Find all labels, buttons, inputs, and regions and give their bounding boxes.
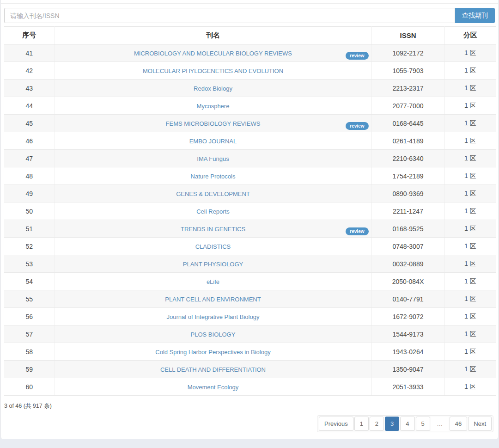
issn-cell: 0748-3007: [371, 238, 444, 255]
zone-cell: 1 区: [444, 220, 496, 238]
zone-cell: 1 区: [444, 167, 496, 185]
journal-link[interactable]: Nature Protocols: [191, 173, 236, 180]
journal-link[interactable]: GENES & DEVELOPMENT: [176, 190, 250, 197]
row-index-cell: 48: [4, 167, 55, 185]
table-row: 59CELL DEATH AND DIFFERENTIATION1350-904…: [4, 361, 496, 378]
table-row: 51TRENDS IN GENETICSreview0168-95251 区: [4, 220, 496, 238]
journal-link[interactable]: PLANT PHYSIOLOGY: [183, 261, 243, 268]
table-row: 43Redox Biology2213-23171 区: [4, 80, 496, 97]
row-index-cell: 44: [4, 97, 55, 115]
issn-cell: 1943-0264: [371, 343, 444, 361]
journal-link[interactable]: Cold Spring Harbor Perspectives in Biolo…: [155, 349, 270, 356]
journal-name-cell: Journal of Integrative Plant Biology: [55, 308, 371, 325]
col-header-zone: 分区: [444, 27, 496, 44]
table-row: 48Nature Protocols1754-21891 区: [4, 167, 496, 185]
issn-cell: 1350-9047: [371, 361, 444, 378]
zone-cell: 1 区: [444, 238, 496, 255]
col-header-issn: ISSN: [371, 27, 444, 44]
journal-link[interactable]: EMBO JOURNAL: [189, 138, 237, 145]
journal-table: 序号 刊名 ISSN 分区 41MICROBIOLOGY AND MOLECUL…: [4, 26, 496, 396]
journal-link[interactable]: eLife: [207, 278, 219, 285]
issn-cell: 0261-4189: [371, 132, 444, 150]
pagination-ellipsis: …: [431, 417, 449, 431]
pagination-page-5[interactable]: 5: [416, 417, 430, 431]
journal-name-cell: IMA Fungus: [55, 150, 371, 167]
issn-cell: 1092-2172: [371, 44, 444, 62]
table-row: 45FEMS MICROBIOLOGY REVIEWSreview0168-64…: [4, 115, 496, 132]
journal-link[interactable]: Redox Biology: [194, 85, 232, 92]
search-button[interactable]: 查找期刊: [455, 8, 495, 23]
row-index-cell: 49: [4, 185, 55, 203]
journal-link[interactable]: FEMS MICROBIOLOGY REVIEWS: [166, 120, 261, 127]
review-badge: review: [346, 122, 368, 130]
pagination-page-1[interactable]: 1: [354, 417, 369, 431]
pagination-previous-button[interactable]: Previous: [319, 417, 353, 431]
issn-cell: 0140-7791: [371, 290, 444, 308]
table-header-row: 序号 刊名 ISSN 分区: [4, 27, 496, 44]
table-row: 60Movement Ecology2051-39331 区: [4, 378, 496, 396]
journal-name-cell: MOLECULAR PHYLOGENETICS AND EVOLUTION: [55, 62, 371, 80]
zone-cell: 1 区: [444, 273, 496, 290]
row-index-cell: 52: [4, 238, 55, 255]
review-badge: review: [346, 227, 368, 235]
pagination-page-3-active[interactable]: 3: [385, 417, 399, 431]
table-row: 41MICROBIOLOGY AND MOLECULAR BIOLOGY REV…: [4, 44, 496, 62]
issn-cell: 0890-9369: [371, 185, 444, 203]
journal-name-cell: TRENDS IN GENETICSreview: [55, 220, 371, 238]
issn-cell: 0032-0889: [371, 255, 444, 273]
zone-cell: 1 区: [444, 132, 496, 150]
journal-link[interactable]: TRENDS IN GENETICS: [181, 226, 245, 233]
pagination: Previous12345…46Next: [317, 415, 493, 432]
row-index-cell: 46: [4, 132, 55, 150]
zone-cell: 1 区: [444, 203, 496, 220]
zone-cell: 1 区: [444, 62, 496, 80]
search-bar: 查找期刊: [4, 8, 495, 23]
journal-link[interactable]: PLOS BIOLOGY: [191, 331, 236, 338]
issn-cell: 0168-6445: [371, 115, 444, 132]
journal-link[interactable]: MOLECULAR PHYLOGENETICS AND EVOLUTION: [143, 68, 283, 74]
journal-name-cell: CLADISTICS: [55, 238, 371, 255]
journal-link[interactable]: PLANT CELL AND ENVIRONMENT: [165, 296, 261, 303]
row-index-cell: 57: [4, 325, 55, 343]
journal-link[interactable]: MICROBIOLOGY AND MOLECULAR BIOLOGY REVIE…: [134, 50, 292, 57]
issn-cell: 2213-2317: [371, 80, 444, 97]
col-header-index: 序号: [4, 27, 55, 44]
issn-cell: 2050-084X: [371, 273, 444, 290]
row-index-cell: 58: [4, 343, 55, 361]
journal-link[interactable]: Movement Ecology: [188, 384, 239, 391]
journal-link[interactable]: Journal of Integrative Plant Biology: [167, 313, 260, 320]
row-index-cell: 55: [4, 290, 55, 308]
table-row: 55PLANT CELL AND ENVIRONMENT0140-77911 区: [4, 290, 496, 308]
issn-cell: 2211-1247: [371, 203, 444, 220]
journal-name-cell: Redox Biology: [55, 80, 371, 97]
journal-link[interactable]: CLADISTICS: [195, 243, 231, 250]
issn-cell: 0168-9525: [371, 220, 444, 238]
content-card: 查找期刊 序号 刊名 ISSN 分区 41MICROBIOLOGY AND MO…: [0, 0, 499, 439]
zone-cell: 1 区: [444, 44, 496, 62]
journal-link[interactable]: Cell Reports: [196, 208, 230, 215]
review-badge: review: [346, 52, 368, 60]
journal-name-cell: PLOS BIOLOGY: [55, 325, 371, 343]
row-index-cell: 43: [4, 80, 55, 97]
journal-name-cell: Mycosphere: [55, 97, 371, 115]
pagination-next-button[interactable]: Next: [468, 417, 492, 431]
row-index-cell: 59: [4, 361, 55, 378]
pagination-page-46[interactable]: 46: [450, 417, 467, 431]
zone-cell: 1 区: [444, 361, 496, 378]
pagination-page-4[interactable]: 4: [400, 417, 414, 431]
journal-name-cell: PLANT CELL AND ENVIRONMENT: [55, 290, 371, 308]
row-index-cell: 41: [4, 44, 55, 62]
pagination-page-2[interactable]: 2: [370, 417, 384, 431]
journal-link[interactable]: CELL DEATH AND DIFFERENTIATION: [160, 366, 266, 373]
journal-link[interactable]: Mycosphere: [197, 103, 230, 110]
issn-cell: 1544-9173: [371, 325, 444, 343]
row-index-cell: 51: [4, 220, 55, 238]
journal-name-cell: Cold Spring Harbor Perspectives in Biolo…: [55, 343, 371, 361]
row-index-cell: 54: [4, 273, 55, 290]
journal-name-cell: Cell Reports: [55, 203, 371, 220]
journal-name-cell: MICROBIOLOGY AND MOLECULAR BIOLOGY REVIE…: [55, 44, 371, 62]
issn-cell: 2210-6340: [371, 150, 444, 167]
search-input[interactable]: [4, 8, 455, 23]
zone-cell: 1 区: [444, 325, 496, 343]
journal-link[interactable]: IMA Fungus: [197, 155, 229, 162]
